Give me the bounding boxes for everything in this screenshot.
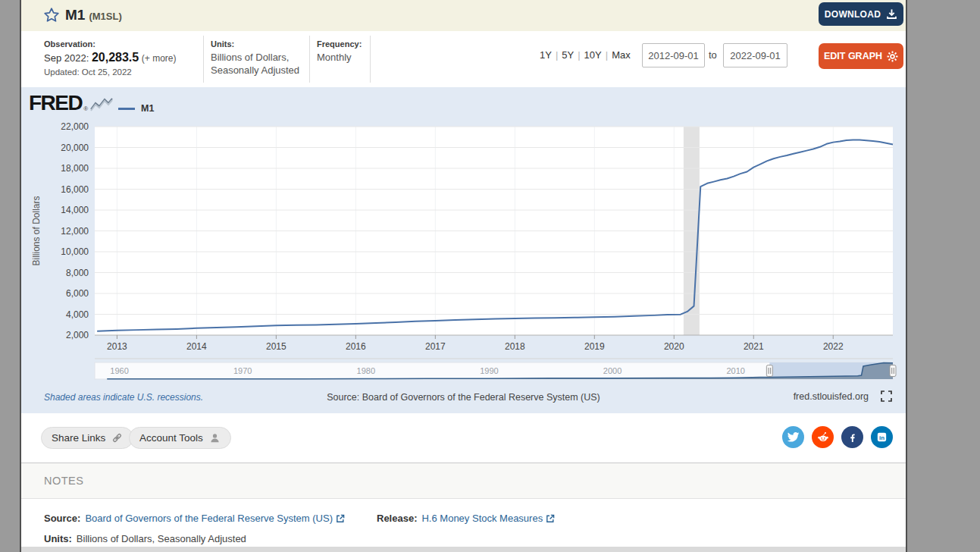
release-label: Release: <box>377 513 417 524</box>
fred-page: M1(M1SL) DOWNLOAD Observation: Sep 2022:… <box>20 0 907 552</box>
next-section-edge <box>21 547 906 552</box>
y-tick-label: 18,000 <box>61 163 89 174</box>
frequency-value: Monthly <box>317 51 362 64</box>
gear-icon <box>887 51 898 62</box>
y-tick-label: 8,000 <box>66 268 89 278</box>
x-tick-label: 2014 <box>186 341 207 352</box>
observation-value-line: Sep 2022: 20,283.5 (+ more) <box>44 51 177 64</box>
notes-units-row: Units: Billions of Dollars, Seasonally A… <box>44 533 246 544</box>
notes-units-value: Billions of Dollars, Seasonally Adjusted <box>77 533 246 544</box>
preset-separator: | <box>556 49 558 61</box>
units-line2: Seasonally Adjusted <box>211 64 299 77</box>
x-tick-label: 2018 <box>505 341 525 352</box>
preset-separator: | <box>606 49 608 61</box>
units-label: Units: <box>211 39 299 49</box>
fullscreen-icon[interactable] <box>881 390 892 402</box>
page-title: M1(M1SL) <box>65 7 122 24</box>
download-button[interactable]: DOWNLOAD <box>819 2 903 26</box>
edit-graph-label: EDIT GRAPH <box>824 51 882 61</box>
y-tick-label: 16,000 <box>61 184 89 195</box>
observation-label: Observation: <box>44 39 177 49</box>
share-links-label: Share Links <box>52 432 105 444</box>
x-tick-label: 2015 <box>266 341 286 352</box>
preset-separator: | <box>578 49 580 61</box>
person-icon <box>209 432 221 444</box>
y-tick-label: 20,000 <box>61 143 89 153</box>
series-id: (M1SL) <box>89 11 121 22</box>
chart-source-text: Source: Board of Governors of the Federa… <box>21 392 906 403</box>
navigator-tick-label: 1990 <box>480 366 498 375</box>
release-link[interactable]: H.6 Money Stock Measures <box>421 513 555 524</box>
navigator-tick-label: 2000 <box>603 366 622 375</box>
download-icon <box>886 8 897 20</box>
external-link-icon <box>336 514 345 523</box>
y-tick-label: 22,000 <box>61 121 89 132</box>
frequency-label: Frequency: <box>317 39 362 49</box>
updated-date: Updated: Oct 25, 2022 <box>44 67 177 77</box>
x-tick-label: 2016 <box>346 341 366 352</box>
more-observations-link[interactable]: (+ more) <box>142 53 177 64</box>
notes-units-label: Units: <box>44 533 72 544</box>
column-divider <box>370 36 371 83</box>
external-link-icon <box>546 514 555 523</box>
notes-heading: NOTES <box>44 475 83 487</box>
preset-max[interactable]: Max <box>612 49 631 61</box>
x-tick-label: 2020 <box>664 341 684 352</box>
y-tick-label: 6,000 <box>66 288 89 299</box>
column-divider <box>309 36 310 83</box>
y-tick-label: 14,000 <box>61 205 89 215</box>
start-date-input[interactable] <box>642 43 705 67</box>
edit-graph-button[interactable]: EDIT GRAPH <box>819 43 903 69</box>
y-axis-title: Billions of Dollars <box>31 196 42 265</box>
notes-release-row: Release: H.6 Money Stock Measures <box>377 513 555 524</box>
reddit-icon[interactable] <box>812 426 834 448</box>
source-label: Source: <box>44 513 80 524</box>
x-tick-label: 2017 <box>425 341 446 352</box>
navigator-handle-left[interactable] <box>766 365 772 377</box>
notes-source-row: Source: Board of Governors of the Federa… <box>44 513 345 524</box>
column-divider <box>203 36 204 83</box>
zoom-presets: 1Y|5Y|10Y|Max <box>540 49 631 61</box>
account-tools-button[interactable]: Account Tools <box>129 427 231 449</box>
units-line1: Billions of Dollars, <box>211 51 299 64</box>
navigator-tick-label: 1980 <box>357 366 375 375</box>
series-header-bar: M1(M1SL) DOWNLOAD <box>21 0 906 31</box>
x-tick-label: 2019 <box>584 341 605 352</box>
observation-date: Sep 2022: <box>44 52 89 64</box>
favorite-star-icon[interactable] <box>42 6 61 24</box>
x-tick-label: 2021 <box>744 341 764 352</box>
preset-5y[interactable]: 5Y <box>562 49 574 61</box>
notes-body: Source: Board of Governors of the Federa… <box>21 499 906 547</box>
navigator-tick-label: 1970 <box>233 366 252 375</box>
notes-header: NOTES <box>21 463 906 499</box>
preset-1y[interactable]: 1Y <box>540 49 552 61</box>
share-toolbar: Share Links Account Tools in <box>21 413 906 463</box>
date-range-to-label: to <box>709 49 717 61</box>
y-tick-label: 10,000 <box>61 246 89 257</box>
units-block: Units: Billions of Dollars, Seasonally A… <box>211 39 299 77</box>
linkedin-icon[interactable]: in <box>871 426 893 448</box>
x-tick-label: 2013 <box>107 341 127 352</box>
social-icons: in <box>782 426 893 448</box>
frequency-block: Frequency: Monthly <box>317 39 362 64</box>
share-links-button[interactable]: Share Links <box>41 427 133 449</box>
chart-footer: Shaded areas indicate U.S. recessions. S… <box>21 390 906 406</box>
navigator-tick-label: 1960 <box>110 366 128 375</box>
m1-line-chart[interactable]: 2,0004,0006,0008,00010,00012,00014,00016… <box>21 87 906 413</box>
observation-block: Observation: Sep 2022: 20,283.5 (+ more)… <box>44 39 177 77</box>
series-meta-row: Observation: Sep 2022: 20,283.5 (+ more)… <box>21 31 906 87</box>
source-link[interactable]: Board of Governors of the Federal Reserv… <box>85 513 345 524</box>
facebook-icon[interactable] <box>841 426 863 448</box>
preset-10y[interactable]: 10Y <box>584 49 602 61</box>
end-date-input[interactable] <box>723 43 787 67</box>
source-link-text: Board of Governors of the Federal Reserv… <box>85 513 333 524</box>
series-name: M1 <box>65 7 85 23</box>
link-icon <box>111 432 123 444</box>
navigator-handle-right[interactable] <box>890 365 896 377</box>
twitter-icon[interactable] <box>782 426 804 448</box>
svg-text:in: in <box>879 434 885 441</box>
x-tick-label: 2022 <box>823 341 844 352</box>
observation-value: 20,283.5 <box>92 51 139 64</box>
release-link-text: H.6 Money Stock Measures <box>421 513 543 524</box>
download-label: DOWNLOAD <box>825 9 881 20</box>
